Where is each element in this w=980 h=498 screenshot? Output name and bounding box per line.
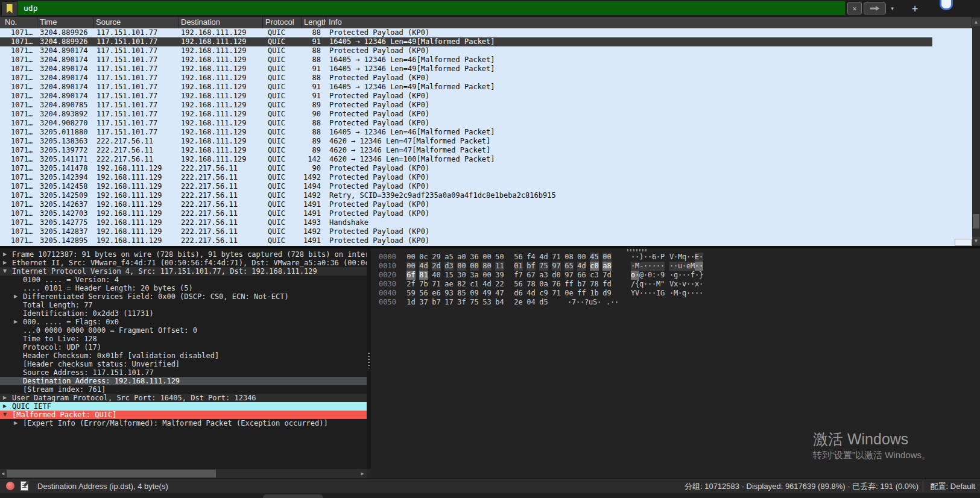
hex-byte[interactable]: 56 [514, 253, 523, 262]
detail-row[interactable]: .... 0101 = Header Length: 20 bytes (5) [0, 284, 367, 292]
detail-row[interactable]: [Header checksum status: Unverified] [0, 360, 367, 368]
detail-row[interactable]: ▶Frame 10712387: 91 bytes on wire (728 b… [0, 250, 367, 259]
hex-byte[interactable]: d5 [539, 298, 548, 307]
table-row[interactable]: 1071…3205.142458192.168.111.129222.217.5… [0, 182, 932, 191]
hex-byte[interactable]: f4 [526, 253, 536, 262]
hex-byte[interactable]: e6 [432, 289, 441, 298]
hex-byte[interactable]: 4d [482, 280, 492, 289]
expand-arrow-icon[interactable]: ▶ [3, 250, 7, 259]
hex-byte[interactable]: 3f [457, 298, 466, 307]
hex-byte[interactable]: 93 [444, 289, 454, 298]
hex-byte[interactable]: 4d [539, 253, 548, 262]
collapse-arrow-icon[interactable]: ▼ [3, 267, 7, 276]
hex-byte[interactable]: ff [577, 289, 586, 298]
collapse-arrow-icon[interactable]: ▼ [3, 411, 7, 419]
profile-selector[interactable]: 配置: Default [931, 481, 975, 491]
hex-byte[interactable]: 04 [526, 298, 536, 307]
table-row[interactable]: 1071…3205.141171222.217.56.11192.168.111… [0, 155, 932, 164]
hex-byte[interactable]: 0c [419, 253, 428, 262]
hex-byte[interactable]: 40 [432, 271, 441, 280]
table-row[interactable]: 1071…3205.142703192.168.111.129222.217.5… [0, 209, 932, 218]
table-row[interactable]: 1071…3204.908270117.151.101.77192.168.11… [0, 119, 932, 128]
table-row[interactable]: 1071…3204.889926117.151.101.77192.168.11… [0, 37, 932, 46]
column-header-length[interactable]: Length [302, 17, 326, 28]
hex-row[interactable]: 0010004d2dd30000801101bf7597654dc0a8·M-·… [379, 262, 703, 271]
hex-byte[interactable]: f7 [514, 271, 523, 280]
hex-byte[interactable]: 09 [470, 289, 479, 298]
hex-byte[interactable]: 66 [577, 271, 586, 280]
filter-dropdown-button[interactable]: ▾ [887, 2, 897, 14]
detail-row[interactable]: Identification: 0x2dd3 (11731) [0, 309, 367, 318]
hex-byte[interactable]: 22 [495, 280, 504, 289]
hex-byte[interactable]: 00 [602, 253, 612, 262]
hex-byte[interactable]: 00 [482, 271, 492, 280]
hex-byte[interactable]: c3 [590, 271, 599, 280]
detail-hex-splitter[interactable] [367, 248, 371, 469]
hex-byte[interactable]: 00 [457, 262, 466, 271]
hex-byte[interactable]: 7d [602, 271, 612, 280]
hex-byte[interactable]: 65 [564, 262, 574, 271]
hex-byte[interactable]: 71 [432, 280, 441, 289]
hex-byte[interactable]: c1 [470, 280, 479, 289]
scroll-down-button[interactable]: ▼ [972, 237, 980, 245]
hex-byte[interactable]: 2e [514, 298, 523, 307]
hex-row[interactable]: 00501d37b7173f7553b42e04d5·7··?uS·.·· [379, 298, 703, 307]
hex-byte[interactable]: 71 [552, 253, 561, 262]
detail-row[interactable]: ▶Differentiated Services Field: 0x00 (DS… [0, 292, 367, 301]
hex-byte[interactable]: 82 [457, 280, 466, 289]
hex-byte[interactable]: d0 [552, 271, 561, 280]
hex-byte[interactable]: 59 [406, 289, 416, 298]
hex-byte[interactable]: bf [526, 262, 536, 271]
table-row[interactable]: 1071…3205.142895192.168.111.129222.217.5… [0, 236, 932, 245]
detail-row[interactable]: ▶000. .... = Flags: 0x0 [0, 318, 367, 326]
hex-byte[interactable]: 15 [444, 271, 454, 280]
hex-byte[interactable]: 2d [432, 262, 441, 271]
hex-byte[interactable]: b4 [495, 298, 504, 307]
expert-info-button[interactable] [6, 482, 14, 490]
expand-arrow-icon[interactable]: ▶ [14, 318, 17, 326]
detail-row[interactable]: ▶QUIC IETF [0, 402, 367, 411]
table-row[interactable]: 1071…3204.890785117.151.101.77192.168.11… [0, 101, 932, 110]
hex-byte[interactable]: 37 [419, 298, 428, 307]
hex-row[interactable]: 00405956e69385094947d64dc9710eff1bd9YV··… [379, 289, 703, 298]
expand-arrow-icon[interactable]: ▶ [14, 419, 17, 427]
hex-byte[interactable]: 0a [539, 280, 548, 289]
hex-byte[interactable]: b7 [577, 280, 586, 289]
hex-byte[interactable]: 0e [564, 289, 574, 298]
display-filter-input[interactable]: udp [17, 1, 845, 15]
hex-row[interactable]: 00206f814015303a0039f767a3d09766c37do·@·… [379, 271, 703, 280]
hex-byte[interactable]: 2f [406, 280, 416, 289]
table-row[interactable]: 1071…3204.890174117.151.101.77192.168.11… [0, 65, 932, 74]
table-row[interactable]: 1071…3205.142775192.168.111.129222.217.5… [0, 218, 932, 227]
hex-byte[interactable]: a3 [539, 271, 548, 280]
detail-row[interactable]: Source Address: 117.151.101.77 [0, 368, 367, 377]
hex-row[interactable]: 0000000c29a5a036005056f44d7108004500··)·… [379, 253, 703, 262]
hex-byte[interactable]: 4d [577, 262, 586, 271]
hex-byte[interactable]: 00 [482, 253, 492, 262]
detail-row[interactable]: ...0 0000 0000 0000 = Fragment Offset: 0 [0, 326, 367, 335]
hex-byte[interactable]: 67 [526, 271, 536, 280]
detail-row[interactable]: Destination Address: 192.168.111.129 [0, 377, 367, 385]
hex-byte[interactable]: 39 [495, 271, 504, 280]
hex-byte[interactable]: 01 [514, 262, 523, 271]
hex-byte[interactable]: 00 [406, 253, 416, 262]
hex-byte[interactable]: 30 [457, 271, 466, 280]
hex-byte[interactable]: d9 [602, 289, 612, 298]
hex-byte[interactable]: c9 [539, 289, 548, 298]
hex-byte[interactable]: 17 [444, 298, 454, 307]
hex-byte[interactable]: 08 [564, 253, 574, 262]
scrollbar-thumb[interactable] [973, 214, 979, 229]
hex-byte[interactable]: 76 [552, 280, 561, 289]
table-row[interactable]: 1071…3204.890174117.151.101.77192.168.11… [0, 92, 932, 101]
detail-row[interactable]: ▼[Malformed Packet: QUIC] [0, 411, 367, 419]
filter-bookmark-button[interactable] [1, 1, 17, 16]
expand-arrow-icon[interactable]: ▶ [3, 259, 7, 267]
detail-row[interactable]: Total Length: 77 [0, 301, 367, 309]
hex-byte[interactable]: d3 [444, 262, 454, 271]
table-row[interactable]: 1071…3204.890174117.151.101.77192.168.11… [0, 83, 932, 92]
table-row[interactable]: 1071…3205.011880117.151.101.77192.168.11… [0, 128, 932, 137]
table-row[interactable]: 1071…3204.890174117.151.101.77192.168.11… [0, 46, 932, 55]
detail-row[interactable]: 0100 .... = Version: 4 [0, 276, 367, 284]
hex-byte[interactable]: fd [602, 280, 612, 289]
hex-byte[interactable]: 00 [470, 262, 479, 271]
